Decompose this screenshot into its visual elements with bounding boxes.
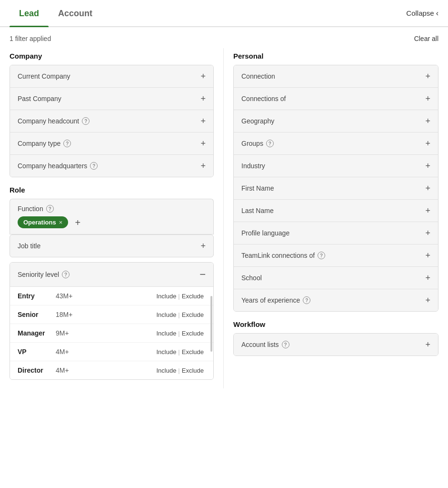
profile-language-label: Profile language (241, 229, 289, 237)
last-name-row[interactable]: Last Name + (234, 200, 438, 222)
first-name-label: First Name (241, 184, 274, 192)
seniority-level-row[interactable]: Seniority level ? − (10, 263, 213, 287)
left-column: Company Current Company + Past Company +… (0, 48, 224, 388)
seniority-senior-row: Senior 18M+ Include | Exclude (10, 305, 213, 324)
workflow-section: Workflow Account lists ? + (233, 320, 438, 356)
company-type-label: Company type ? (18, 140, 71, 147)
seniority-manager-row: Manager 9M+ Include | Exclude (10, 324, 213, 343)
seniority-manager-name: Manager (18, 329, 56, 337)
role-section-header: Role (10, 186, 214, 194)
tag-label: Operations (23, 219, 56, 226)
company-type-row[interactable]: Company type ? + (10, 132, 213, 155)
groups-row[interactable]: Groups ? + (234, 132, 438, 155)
account-lists-label: Account lists ? (241, 341, 289, 348)
seniority-vp-exclude[interactable]: Exclude (180, 348, 206, 356)
account-lists-row[interactable]: Account lists ? + (234, 334, 438, 356)
seniority-collapse-icon[interactable]: − (199, 269, 206, 280)
teamlink-connections-add-icon: + (425, 251, 430, 260)
clear-all-button[interactable]: Clear all (414, 35, 438, 42)
years-experience-info-icon: ? (303, 296, 310, 304)
tabs-header: Lead Account Collapse ‹ (0, 0, 448, 27)
right-column: Personal Connection + Connections of + G… (224, 48, 448, 388)
remove-operations-icon[interactable]: × (59, 219, 63, 226)
collapse-button[interactable]: Collapse ‹ (406, 9, 438, 18)
school-row[interactable]: School + (234, 267, 438, 289)
school-label: School (241, 274, 262, 282)
seniority-list: Entry 43M+ Include | Exclude Senior 18M+… (10, 287, 213, 379)
teamlink-connections-row[interactable]: TeamLink connections of ? + (234, 244, 438, 267)
years-experience-add-icon: + (425, 296, 430, 305)
seniority-senior-actions: Include | Exclude (154, 311, 206, 318)
connections-of-row[interactable]: Connections of + (234, 88, 438, 110)
first-name-row[interactable]: First Name + (234, 177, 438, 200)
last-name-add-icon: + (425, 206, 430, 215)
personal-section-header: Personal (233, 52, 438, 60)
seniority-director-row: Director 4M+ Include | Exclude (10, 361, 213, 379)
past-company-add-icon: + (200, 94, 206, 103)
company-hq-row[interactable]: Company headquarters ? + (10, 155, 213, 177)
connections-of-add-icon: + (425, 94, 430, 103)
current-company-row[interactable]: Current Company + (10, 65, 213, 88)
filter-count: 1 filter applied (10, 35, 51, 42)
seniority-entry-include[interactable]: Include (154, 293, 178, 300)
seniority-manager-include[interactable]: Include (154, 330, 178, 337)
current-company-add-icon: + (200, 72, 206, 81)
profile-language-row[interactable]: Profile language + (234, 222, 438, 244)
industry-label: Industry (241, 162, 265, 170)
years-experience-label: Years of experience ? (241, 296, 310, 304)
job-title-row[interactable]: Job title + (10, 234, 214, 257)
past-company-label: Past Company (18, 95, 61, 102)
years-experience-row[interactable]: Years of experience ? + (234, 289, 438, 311)
company-headcount-label: Company headcount ? (18, 117, 90, 125)
job-title-label: Job title (18, 242, 40, 250)
teamlink-connections-label: TeamLink connections of ? (241, 252, 325, 259)
seniority-senior-name: Senior (18, 311, 56, 318)
seniority-entry-name: Entry (18, 292, 56, 300)
account-lists-add-icon: + (425, 340, 430, 349)
past-company-row[interactable]: Past Company + (10, 88, 213, 110)
geography-row[interactable]: Geography + (234, 110, 438, 132)
function-info-icon: ? (46, 205, 54, 213)
tab-lead[interactable]: Lead (10, 0, 49, 26)
connection-row[interactable]: Connection + (234, 65, 438, 88)
company-type-info-icon: ? (63, 140, 71, 147)
seniority-vp-actions: Include | Exclude (154, 348, 206, 356)
function-label: Function ? (18, 205, 206, 213)
job-title-add-icon: + (200, 242, 206, 250)
company-hq-info-icon: ? (90, 162, 98, 170)
connection-label: Connection (241, 72, 275, 80)
seniority-director-count: 4M+ (56, 366, 69, 374)
add-function-tag-icon[interactable]: + (72, 217, 83, 228)
industry-add-icon: + (425, 162, 430, 170)
groups-info-icon: ? (266, 140, 274, 147)
role-section: Function ? Operations × + Job title + (10, 199, 214, 380)
seniority-senior-include[interactable]: Include (154, 311, 178, 318)
seniority-entry-exclude[interactable]: Exclude (180, 293, 206, 300)
seniority-manager-exclude[interactable]: Exclude (180, 330, 206, 337)
tab-account[interactable]: Account (49, 0, 102, 26)
company-headcount-info-icon: ? (82, 117, 90, 125)
seniority-manager-count: 9M+ (56, 329, 69, 337)
seniority-director-include[interactable]: Include (154, 367, 178, 374)
seniority-vp-count: 4M+ (56, 348, 69, 356)
connections-of-label: Connections of (241, 95, 286, 102)
seniority-vp-include[interactable]: Include (154, 348, 178, 356)
scroll-bar (210, 296, 212, 351)
industry-row[interactable]: Industry + (234, 155, 438, 177)
main-content: Company Current Company + Past Company +… (0, 48, 448, 398)
groups-label: Groups ? (241, 140, 274, 147)
company-section-header: Company (10, 52, 214, 60)
company-type-add-icon: + (200, 139, 206, 148)
seniority-info-icon: ? (62, 271, 70, 278)
seniority-senior-count: 18M+ (56, 311, 72, 318)
workflow-section-header: Workflow (233, 320, 438, 328)
seniority-senior-exclude[interactable]: Exclude (180, 311, 206, 318)
seniority-manager-actions: Include | Exclude (154, 330, 206, 337)
company-headcount-add-icon: + (200, 117, 206, 125)
operations-tag[interactable]: Operations × (18, 216, 68, 228)
seniority-director-exclude[interactable]: Exclude (180, 367, 206, 374)
function-filter-row: Function ? Operations × + (10, 199, 214, 234)
last-name-label: Last Name (241, 207, 274, 214)
company-headcount-row[interactable]: Company headcount ? + (10, 110, 213, 132)
function-tags: Operations × + (18, 216, 206, 228)
